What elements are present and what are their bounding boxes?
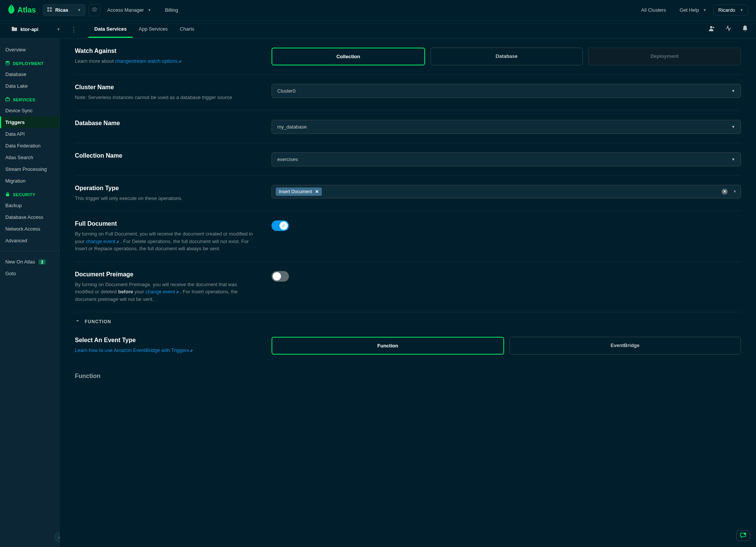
- change-event-link[interactable]: change event⬈: [145, 289, 179, 294]
- invite-user-icon[interactable]: [708, 25, 715, 34]
- row-cluster-name: Cluster Name Note: Serverless instances …: [75, 75, 741, 111]
- svg-rect-3: [50, 10, 52, 12]
- watch-database-button[interactable]: Database: [430, 48, 583, 65]
- sidebar-item-atlas-search[interactable]: Atlas Search: [0, 152, 59, 163]
- brand-name: Atlas: [17, 6, 36, 14]
- watch-collection-button[interactable]: Collection: [272, 48, 425, 65]
- sidebar-item-advanced[interactable]: Advanced: [0, 235, 59, 246]
- folder-icon: [11, 26, 17, 33]
- row-full-document: Full Document By turning on Full Documen…: [75, 211, 741, 262]
- external-link-icon: ⬈: [179, 59, 182, 64]
- cluster-name-note: Note: Serverless instances cannot be use…: [75, 94, 256, 101]
- external-link-icon: ⬈: [176, 290, 179, 294]
- new-badge: 2: [39, 259, 45, 265]
- sidebar-item-migration[interactable]: Migration: [0, 175, 59, 187]
- chevron-down-icon: ▼: [731, 125, 735, 129]
- sidebar-item-new-on-atlas[interactable]: New On Atlas 2: [0, 256, 59, 268]
- clear-all-icon[interactable]: ✕: [722, 189, 728, 195]
- operation-type-input[interactable]: Insert Document ✕ ✕ ▼: [272, 185, 741, 198]
- full-document-title: Full Document: [75, 220, 256, 227]
- toggle-knob: [273, 272, 281, 280]
- chevron-down-icon: ▼: [731, 89, 735, 93]
- sidebar-item-overview[interactable]: Overview: [0, 44, 59, 56]
- row-watch-against: Watch Against Learn more about changestr…: [75, 39, 741, 75]
- full-document-toggle[interactable]: ✓: [272, 220, 289, 231]
- sidebar-item-stream-processing[interactable]: Stream Processing: [0, 163, 59, 175]
- access-manager-link[interactable]: Access Manager ▼: [101, 7, 158, 13]
- sidebar-item-database-access[interactable]: Database Access: [0, 211, 59, 223]
- full-document-desc: By turning on Full Document, you will re…: [75, 230, 256, 253]
- svg-point-5: [6, 61, 9, 63]
- toggle-knob: ✓: [279, 222, 288, 230]
- project-kebab-menu[interactable]: ⋮: [68, 23, 79, 36]
- svg-rect-0: [47, 7, 49, 9]
- svg-rect-7: [6, 194, 9, 196]
- main-content: Watch Against Learn more about changestr…: [60, 39, 756, 547]
- function-section-header[interactable]: FUNCTION: [75, 312, 741, 328]
- row-operation-type: Operation Type This trigger will only ex…: [75, 176, 741, 212]
- chevron-down-icon: ▼: [740, 8, 744, 12]
- sidebar-collapse-button[interactable]: ‹: [54, 532, 60, 542]
- sidebar-item-triggers[interactable]: Triggers: [0, 116, 59, 128]
- chevron-down-icon: ▼: [57, 27, 61, 31]
- change-event-link[interactable]: change event⬈: [86, 239, 119, 244]
- cluster-select[interactable]: Cluster0 ▼: [272, 84, 741, 98]
- billing-link[interactable]: Billing: [158, 7, 185, 13]
- row-event-type: Select An Event Type Learn how to use Am…: [75, 328, 741, 364]
- chevron-down-icon: ▼: [733, 189, 737, 194]
- services-icon: [5, 97, 10, 102]
- chevron-down-icon: ▼: [703, 8, 706, 12]
- sidebar-item-database[interactable]: Database: [0, 68, 59, 80]
- event-type-group: Function EventBridge: [272, 337, 741, 355]
- chevron-down-icon: ▼: [147, 8, 151, 12]
- changestream-link[interactable]: changestream watch options⬈: [115, 58, 181, 64]
- all-clusters-link[interactable]: All Clusters: [634, 7, 673, 13]
- tab-charts[interactable]: Charts: [174, 21, 200, 38]
- event-function-button[interactable]: Function: [272, 337, 504, 355]
- collection-select[interactable]: exercises ▼: [272, 152, 741, 166]
- logo[interactable]: Atlas: [8, 5, 36, 16]
- document-preimage-desc: By turning on Document Preimage, you wil…: [75, 281, 256, 303]
- external-link-icon: ⬈: [190, 349, 193, 353]
- chat-icon: [740, 532, 747, 539]
- sidebar-item-goto[interactable]: Goto: [0, 268, 59, 279]
- remove-tag-icon[interactable]: ✕: [315, 189, 319, 194]
- chevron-down-icon: ▼: [78, 8, 81, 12]
- document-preimage-title: Document Preimage: [75, 271, 256, 278]
- row-collection-name: Collection Name exercises ▼: [75, 143, 741, 176]
- document-preimage-toggle[interactable]: [272, 271, 289, 282]
- sidebar-item-device-sync[interactable]: Device Sync: [0, 105, 59, 116]
- activity-icon[interactable]: [725, 25, 732, 34]
- svg-point-4: [710, 26, 713, 28]
- chat-widget[interactable]: [736, 530, 750, 541]
- org-selector[interactable]: Ricas ▼: [43, 4, 85, 16]
- database-select[interactable]: my_database ▼: [272, 120, 741, 134]
- sidebar-item-network-access[interactable]: Network Access: [0, 223, 59, 235]
- project-name: ktor-api: [20, 26, 39, 32]
- event-type-title: Select An Event Type: [75, 337, 256, 344]
- sidebar: Overview DEPLOYMENT Database Data Lake S…: [0, 39, 60, 547]
- sidebar-item-data-lake[interactable]: Data Lake: [0, 80, 59, 92]
- bell-icon[interactable]: [742, 25, 748, 34]
- user-menu[interactable]: Ricardo ▼: [713, 5, 748, 15]
- sidebar-item-data-api[interactable]: Data API: [0, 128, 59, 140]
- sidebar-item-backup[interactable]: Backup: [0, 200, 59, 211]
- org-name: Ricas: [55, 7, 68, 13]
- get-help-link[interactable]: Get Help ▼: [673, 7, 713, 13]
- settings-button[interactable]: [88, 4, 101, 16]
- eventbridge-link[interactable]: Learn how to use Amazon EventBridge with…: [75, 347, 193, 353]
- tab-data-services[interactable]: Data Services: [88, 21, 133, 38]
- project-selector[interactable]: ktor-api ▼: [8, 24, 64, 35]
- watch-against-desc: Learn more about changestream watch opti…: [75, 57, 256, 65]
- sidebar-section-deployment: DEPLOYMENT: [0, 56, 59, 68]
- sidebar-item-data-federation[interactable]: Data Federation: [0, 140, 59, 152]
- external-link-icon: ⬈: [116, 240, 119, 244]
- leaf-icon: [8, 5, 15, 16]
- gear-icon: [92, 7, 97, 13]
- event-eventbridge-button[interactable]: EventBridge: [509, 337, 741, 355]
- function-title: Function: [75, 373, 256, 380]
- tab-app-services[interactable]: App Services: [133, 21, 174, 38]
- operation-tag: Insert Document ✕: [276, 187, 322, 196]
- collection-name-title: Collection Name: [75, 152, 256, 159]
- cluster-name-title: Cluster Name: [75, 84, 256, 91]
